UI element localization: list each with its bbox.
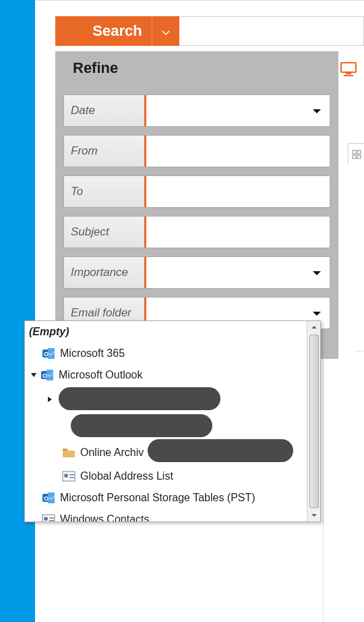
svg-text:O: O (44, 495, 49, 502)
svg-rect-17 (69, 477, 74, 478)
search-button[interactable]: Search (55, 16, 179, 46)
date-dropdown-icon[interactable] (312, 105, 322, 117)
app-window: Search (35, 0, 364, 622)
from-label: From (64, 136, 146, 167)
from-field-row: From (63, 135, 330, 167)
importance-label: Importance (64, 257, 146, 288)
svg-rect-13 (63, 449, 67, 451)
folder-gal-label: Global Address List (80, 470, 173, 482)
importance-input[interactable] (146, 257, 330, 288)
svg-rect-23 (49, 517, 54, 519)
folder-windows-contacts-label: Windows Contacts (60, 513, 150, 521)
refine-tab-label: Refine (73, 59, 118, 76)
to-input[interactable] (146, 176, 330, 207)
window-top-border (35, 0, 364, 4)
right-toolbar-item[interactable] (348, 143, 364, 165)
email-folder-dropdown-popup: (Empty) O Microsoft 365 O Microsoft Out (24, 320, 321, 522)
grid-icon (352, 150, 361, 159)
folder-tree: (Empty) O Microsoft 365 O Microsoft Out (25, 321, 307, 521)
from-input[interactable] (146, 136, 330, 167)
address-book-icon (61, 469, 76, 484)
contacts-icon (41, 512, 56, 521)
subject-input-area (146, 217, 330, 248)
scroll-up-button[interactable] (308, 321, 320, 333)
right-panel-hdivider (355, 351, 364, 351)
svg-rect-24 (49, 520, 54, 521)
svg-rect-16 (69, 474, 74, 476)
date-input-area (146, 95, 330, 126)
folder-item-windows-contacts[interactable]: Windows Contacts (25, 509, 307, 521)
scroll-down-button[interactable] (308, 509, 320, 521)
importance-input-area (146, 257, 330, 288)
from-input-area (146, 136, 330, 167)
search-button-label: Search (92, 22, 142, 40)
svg-text:O: O (44, 351, 49, 358)
search-button-divider (152, 16, 152, 46)
dropdown-scrollbar[interactable] (307, 321, 320, 521)
refine-body: Date From To (55, 85, 338, 339)
to-field-row: To (63, 175, 330, 208)
outlook-icon: O (41, 490, 56, 505)
svg-rect-5 (353, 155, 356, 159)
to-input-area (146, 176, 330, 207)
expander-collapse-icon[interactable] (29, 370, 38, 380)
windows-taskbar (0, 0, 35, 622)
folder-outlook-label: Microsoft Outlook (59, 369, 142, 381)
subject-input[interactable] (146, 217, 330, 248)
folder-pst-label: Microsoft Personal Storage Tables (PST) (60, 492, 255, 504)
importance-dropdown-icon[interactable] (312, 266, 322, 279)
monitor-icon (340, 61, 357, 76)
subject-label: Subject (64, 217, 146, 248)
search-input[interactable] (179, 17, 363, 45)
svg-rect-4 (357, 150, 361, 154)
svg-rect-1 (346, 73, 351, 74)
refine-panel: Refine Date From To (55, 51, 338, 359)
date-label: Date (64, 95, 146, 126)
date-field-row: Date (63, 94, 330, 127)
search-input-wrapper (179, 16, 364, 46)
search-bar: Search (55, 16, 364, 46)
svg-rect-3 (353, 150, 356, 154)
folder-online-archive-label: Online Archiv (80, 447, 144, 459)
folder-item-gal[interactable]: Global Address List (25, 465, 307, 487)
to-label: To (64, 176, 146, 207)
outlook-icon: O (41, 346, 56, 361)
svg-point-15 (64, 474, 68, 478)
importance-field-row: Importance (63, 256, 330, 289)
refine-tab[interactable]: Refine (55, 51, 209, 85)
outlook-icon: O (40, 368, 55, 383)
folder-item-empty[interactable]: (Empty) (25, 321, 307, 343)
svg-point-22 (44, 517, 48, 521)
redaction-blob (71, 414, 212, 437)
expander-expand-icon[interactable] (45, 395, 55, 404)
folder-icon (61, 445, 76, 460)
svg-rect-6 (357, 155, 361, 159)
date-input[interactable] (146, 95, 330, 126)
redaction-blob (148, 439, 293, 462)
svg-rect-19 (48, 492, 55, 503)
search-dropdown-caret-icon[interactable] (162, 22, 170, 40)
scrollbar-thumb[interactable] (309, 335, 319, 508)
folder-item-outlook[interactable]: O Microsoft Outlook (25, 364, 307, 386)
email-folder-dropdown-icon[interactable] (312, 307, 322, 319)
svg-rect-2 (344, 75, 353, 76)
svg-rect-8 (48, 348, 55, 359)
folder-empty-label: (Empty) (29, 326, 69, 338)
svg-rect-11 (47, 370, 53, 380)
svg-text:O: O (42, 372, 47, 379)
subject-field-row: Subject (63, 216, 330, 248)
folder-item-m365[interactable]: O Microsoft 365 (25, 343, 307, 364)
svg-rect-0 (341, 63, 356, 72)
folder-item-pst[interactable]: O Microsoft Personal Storage Tables (PST… (25, 487, 307, 509)
redaction-blob (59, 387, 220, 410)
folder-m365-label: Microsoft 365 (60, 347, 125, 360)
